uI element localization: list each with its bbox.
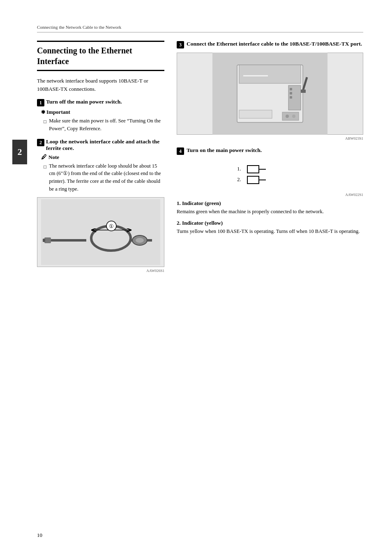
indicator-list: 1. Indicator (green) Remains green when … xyxy=(177,200,363,235)
svg-rect-14 xyxy=(239,110,272,118)
content-area: Connecting to the Ethernet Interface The… xyxy=(37,41,363,279)
step-2-label: Loop the network interface cable and att… xyxy=(46,138,164,152)
page-number: 10 xyxy=(37,532,42,539)
svg-text:1.: 1. xyxy=(237,166,241,172)
svg-rect-19 xyxy=(290,96,292,99)
printer-svg xyxy=(177,53,363,135)
important-title: ✾ Important xyxy=(41,109,164,115)
cable-svg: ① xyxy=(37,199,164,265)
breadcrumb: Connecting the Network Cable to the Netw… xyxy=(37,25,363,32)
step-1-label: Turn off the main power switch. xyxy=(46,99,122,105)
indicator-2-item: 2. Indicator (yellow) Turns yellow when … xyxy=(177,220,363,235)
note-checkbox-icon: □ xyxy=(44,163,46,170)
step-4-header: 4 Turn on the main power switch. xyxy=(177,147,363,155)
note-icon: 🖊 xyxy=(41,154,47,161)
step-4-block: 4 Turn on the main power switch. 1. 2. xyxy=(177,147,363,235)
indicator-1-text: Remains green when the machine is proper… xyxy=(177,208,363,216)
svg-rect-18 xyxy=(290,92,292,94)
indicator-svg: 1. 2. xyxy=(233,158,307,191)
step-1-num: 1 xyxy=(37,99,44,106)
indicator-diagram-container: 1. 2. xyxy=(177,158,363,191)
svg-rect-25 xyxy=(243,75,268,76)
printer-diagram-label: ABW023S1 xyxy=(177,136,363,140)
step-3-num: 3 xyxy=(177,41,184,48)
svg-rect-17 xyxy=(290,88,292,90)
step-1-block: 1 Turn off the main power switch. ✾ Impo… xyxy=(37,99,164,133)
cable-diagram: ① xyxy=(37,197,164,267)
indicator-1-title: 1. Indicator (green) xyxy=(177,200,363,207)
svg-rect-10 xyxy=(44,237,51,243)
indicator-2-text: Turns yellow when 100 BASE-TX is operati… xyxy=(177,228,363,235)
indicator-2-title: 2. Indicator (yellow) xyxy=(177,220,363,226)
indicator-diagram-label: AAW022S1 xyxy=(177,193,363,197)
note-item-1: □ The network interface cable loop shoul… xyxy=(44,162,164,193)
note-title: 🖊 Note xyxy=(41,154,164,161)
left-column: Connecting to the Ethernet Interface The… xyxy=(37,41,164,279)
svg-point-4 xyxy=(136,238,144,243)
section-title: Connecting to the Ethernet Interface xyxy=(37,41,164,71)
checkbox-icon: □ xyxy=(44,118,46,125)
svg-rect-11 xyxy=(43,239,45,242)
step-4-label: Turn on the main power switch. xyxy=(187,147,262,154)
svg-text:①: ① xyxy=(109,223,114,229)
step-3-header: 3 Connect the Ethernet interface cable t… xyxy=(177,41,363,48)
svg-rect-15 xyxy=(239,65,301,83)
svg-rect-26 xyxy=(233,158,307,191)
svg-point-23 xyxy=(286,115,289,118)
important-block: ✾ Important □ Make sure the main power i… xyxy=(41,109,164,133)
important-icon: ✾ xyxy=(41,109,45,115)
svg-point-24 xyxy=(292,115,295,118)
intro-text: The network interface board supports 10B… xyxy=(37,77,164,93)
page: Connecting the Network Cable to the Netw… xyxy=(0,0,392,555)
step-1-header: 1 Turn off the main power switch. xyxy=(37,99,164,106)
indicator-1-item: 1. Indicator (green) Remains green when … xyxy=(177,200,363,216)
step-2-num: 2 xyxy=(37,139,44,146)
chapter-tab: 2 xyxy=(12,140,27,164)
svg-rect-22 xyxy=(282,112,299,120)
step-3-label: Connect the Ethernet interface cable to … xyxy=(187,41,362,47)
step-3-block: 3 Connect the Ethernet interface cable t… xyxy=(177,41,363,140)
printer-diagram xyxy=(177,53,363,135)
step-4-num: 4 xyxy=(177,147,184,155)
important-item-1: □ Make sure the main power is off. See “… xyxy=(44,117,164,133)
svg-rect-21 xyxy=(301,90,306,93)
svg-rect-0 xyxy=(41,199,160,265)
step-2-header: 2 Loop the network interface cable and a… xyxy=(37,138,164,152)
cable-diagram-label: AAW026S1 xyxy=(37,269,164,273)
svg-text:2.: 2. xyxy=(237,176,241,182)
step-2-block: 2 Loop the network interface cable and a… xyxy=(37,138,164,273)
right-column: 3 Connect the Ethernet interface cable t… xyxy=(177,41,363,279)
note-block: 🖊 Note □ The network interface cable loo… xyxy=(41,154,164,193)
